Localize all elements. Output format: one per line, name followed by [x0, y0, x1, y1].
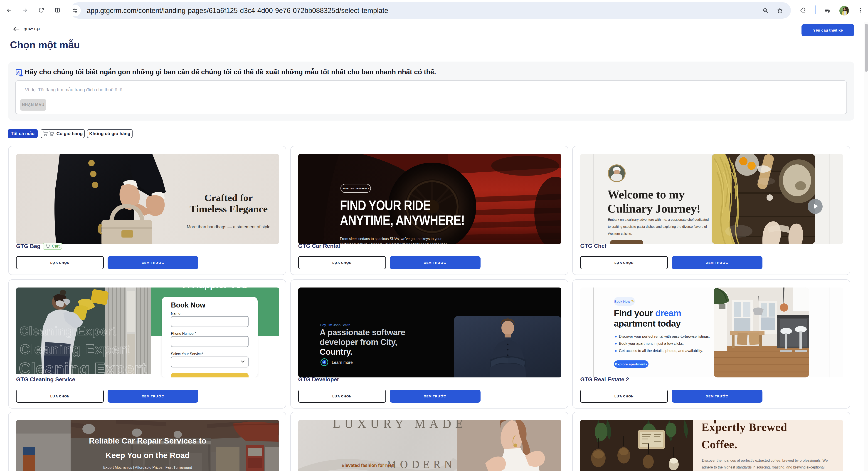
svg-text:AI: AI	[17, 70, 21, 74]
